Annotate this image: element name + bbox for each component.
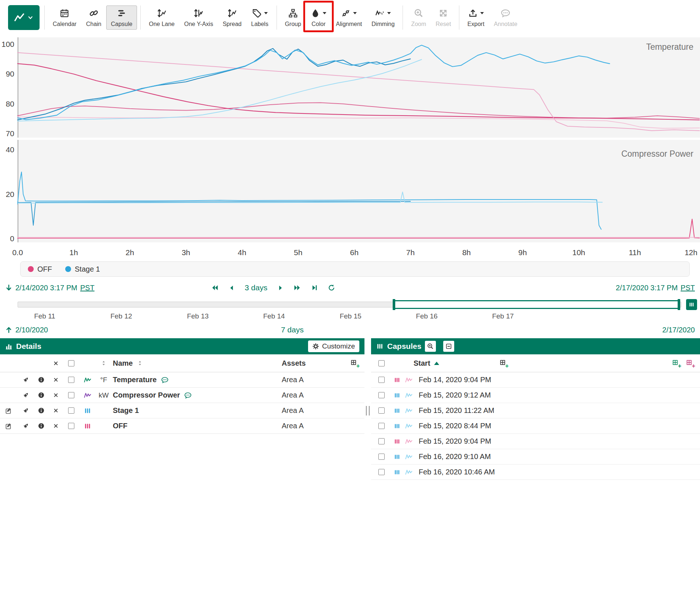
display-range-start-timezone[interactable]: PST: [80, 284, 95, 292]
timebar-track[interactable]: [18, 302, 681, 307]
capsule-row[interactable]: Feb 14, 2020 9:04 PM: [371, 372, 700, 388]
step-forward-icon[interactable]: [277, 284, 284, 291]
step-back-much-icon[interactable]: [211, 284, 219, 292]
step-to-end-icon[interactable]: [311, 284, 318, 291]
capsule-checkbox[interactable]: [378, 407, 385, 414]
investigate-duration[interactable]: 7 days: [281, 325, 304, 334]
capsule-checkbox[interactable]: [378, 438, 385, 444]
capsule-row[interactable]: Feb 15, 2020 9:04 PM: [371, 434, 700, 449]
details-row-off[interactable]: OFF Area A: [0, 418, 364, 434]
remove-icon[interactable]: [53, 408, 59, 413]
info-icon[interactable]: [38, 422, 45, 429]
view-selector-button[interactable]: [8, 5, 40, 30]
row-checkbox[interactable]: [68, 392, 74, 398]
zoom-to-capsule-button[interactable]: [425, 341, 436, 352]
step-forward-much-icon[interactable]: [293, 284, 301, 292]
investigate-start-text[interactable]: 2/10/2020: [15, 326, 48, 334]
display-range-end-text[interactable]: 2/17/2020 3:17 PM: [616, 284, 678, 292]
range-start-arrow-down-icon[interactable]: [5, 284, 12, 291]
display-range-end-timezone[interactable]: PST: [681, 284, 695, 292]
item-name[interactable]: OFF: [113, 422, 127, 430]
capsule-row[interactable]: Feb 16, 2020 9:10 AM: [371, 449, 700, 465]
refresh-icon[interactable]: [328, 284, 335, 291]
toolbar-one-y-axis[interactable]: One Y-Axis: [179, 5, 218, 30]
add-stat-column-green-icon[interactable]: +: [672, 359, 679, 367]
item-name[interactable]: Temperature: [113, 376, 157, 384]
name-column-header[interactable]: Name: [113, 359, 133, 368]
item-asset[interactable]: Area A: [260, 376, 344, 384]
capsule-row[interactable]: Feb 15, 2020 9:12 AM: [371, 388, 700, 403]
row-checkbox[interactable]: [68, 423, 74, 429]
toolbar-alignment[interactable]: Alignment: [331, 5, 367, 30]
capsule-checkbox[interactable]: [378, 469, 385, 475]
sort-updown-icon[interactable]: [101, 360, 107, 366]
toolbar-group[interactable]: Group: [280, 5, 306, 30]
edit-icon[interactable]: [5, 422, 12, 430]
details-row-temperature[interactable]: °F Temperature Area A: [0, 372, 364, 388]
add-stat-column-pink-icon[interactable]: +: [686, 359, 693, 367]
item-name[interactable]: Compressor Power: [113, 391, 180, 399]
comment-icon[interactable]: [184, 392, 192, 399]
toolbar-labels[interactable]: Labels: [246, 5, 273, 30]
timebar-left-handle[interactable]: [393, 299, 395, 310]
capsule-checkbox[interactable]: [378, 454, 385, 460]
panel-resize-handle[interactable]: [366, 406, 370, 415]
item-asset[interactable]: Area A: [260, 422, 344, 430]
timebar-right-handle[interactable]: [678, 299, 680, 310]
toolbar-chain[interactable]: Chain: [81, 5, 106, 30]
item-asset[interactable]: Area A: [260, 391, 344, 399]
remove-icon[interactable]: [53, 377, 59, 383]
sort-ascending-icon[interactable]: [434, 362, 439, 365]
add-column-icon[interactable]: +: [351, 359, 358, 367]
capsule-row[interactable]: Feb 15, 2020 11:22 AM: [371, 403, 700, 418]
send-to-trend-rocket-icon[interactable]: [22, 407, 29, 414]
collapse-panel-button[interactable]: [443, 341, 454, 352]
display-range-duration[interactable]: 3 days: [245, 283, 267, 292]
send-to-trend-rocket-icon[interactable]: [22, 392, 29, 399]
info-icon[interactable]: [38, 392, 45, 399]
toolbar-one-lane[interactable]: One Lane: [144, 5, 179, 30]
timebar-capsule-toggle[interactable]: [686, 299, 697, 310]
capsule-row[interactable]: Feb 15, 2020 8:44 PM: [371, 418, 700, 434]
toolbar-dimming[interactable]: Dimming: [367, 5, 399, 30]
capsule-checkbox[interactable]: [378, 392, 385, 398]
remove-icon[interactable]: [53, 423, 59, 429]
capsule-checkbox[interactable]: [378, 377, 385, 383]
capsule-row[interactable]: Feb 16, 2020 10:46 AM: [371, 465, 700, 480]
details-row-compressor-power[interactable]: kW Compressor Power Area A: [0, 388, 364, 403]
toolbar-export[interactable]: Export: [463, 5, 489, 30]
item-asset[interactable]: Area A: [260, 406, 344, 415]
range-start-arrow-up-icon[interactable]: [5, 326, 12, 333]
toolbar-capsule[interactable]: Capsule: [106, 5, 137, 30]
send-to-trend-rocket-icon[interactable]: [22, 376, 29, 384]
toolbar-color[interactable]: Color: [306, 5, 331, 30]
start-column-header[interactable]: Start: [414, 359, 430, 368]
details-row-stage1[interactable]: Stage 1 Area A: [0, 403, 364, 418]
sort-updown-icon[interactable]: [137, 360, 143, 366]
send-to-trend-rocket-icon[interactable]: [22, 422, 29, 430]
assets-column-header[interactable]: Assets: [260, 359, 344, 368]
remove-all-icon[interactable]: [53, 361, 59, 366]
capsule-checkbox[interactable]: [378, 423, 385, 429]
add-capsule-column-icon[interactable]: +: [500, 359, 507, 367]
remove-icon[interactable]: [53, 392, 59, 398]
row-checkbox[interactable]: [68, 407, 74, 414]
legend-item-off[interactable]: OFF: [28, 265, 52, 273]
edit-icon[interactable]: [5, 407, 12, 414]
info-icon[interactable]: [38, 407, 45, 414]
step-back-icon[interactable]: [228, 284, 235, 291]
investigate-end-text[interactable]: 2/17/2020: [662, 326, 695, 334]
trend-chart[interactable]: 100908070Temperature40200Compressor Powe…: [0, 35, 700, 260]
comment-icon[interactable]: [161, 376, 168, 384]
customize-button[interactable]: Customize: [308, 340, 359, 352]
legend-item-stage1[interactable]: Stage 1: [65, 265, 100, 273]
row-checkbox[interactable]: [68, 377, 74, 383]
toolbar-calendar[interactable]: Calendar: [48, 5, 81, 30]
info-icon[interactable]: [38, 376, 45, 383]
item-name[interactable]: Stage 1: [113, 406, 139, 415]
timebar-selected-range[interactable]: [394, 300, 679, 309]
select-all-checkbox[interactable]: [68, 360, 74, 366]
select-all-capsules-checkbox[interactable]: [378, 360, 385, 366]
toolbar-spread[interactable]: Spread: [218, 5, 247, 30]
display-range-start-text[interactable]: 2/14/2020 3:17 PM: [15, 284, 77, 292]
